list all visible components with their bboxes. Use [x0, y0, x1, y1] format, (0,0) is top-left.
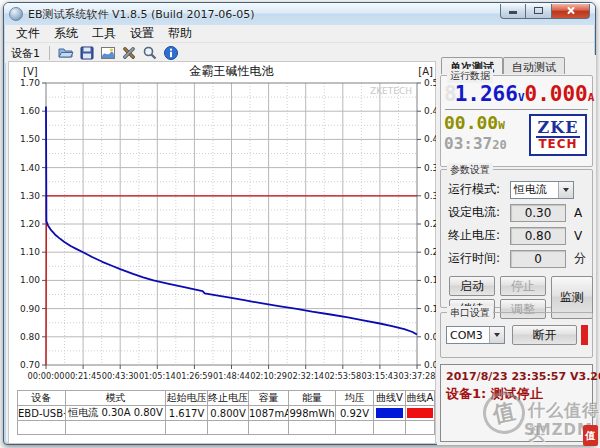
svg-text:00:00:00: 00:00:00 [28, 371, 65, 381]
chevron-down-icon[interactable] [558, 182, 573, 198]
app-window: EB测试系统软件 V1.8.5 (Build 2017-06-05) 文件系统工… [3, 2, 596, 445]
svg-text:02:10:29: 02:10:29 [250, 371, 287, 381]
table-cell [166, 421, 208, 435]
start-button[interactable]: 启动 [449, 276, 495, 296]
table-cell: EBD-USB+ [18, 406, 66, 421]
svg-text:0.90: 0.90 [20, 304, 40, 314]
set-current-unit: A [574, 206, 582, 220]
menu-item-help[interactable]: 帮助 [161, 24, 199, 43]
svg-text:1.10: 1.10 [20, 247, 40, 257]
status-box: 2017/8/23 23:35:57 V3.20 设备1: 测试停止 [440, 364, 593, 442]
info-icon[interactable] [162, 45, 179, 62]
svg-text:0.00: 0.00 [424, 360, 436, 370]
com-port-select[interactable]: COM3 [446, 326, 505, 344]
svg-text:0.20: 0.20 [424, 247, 436, 257]
svg-text:0.35: 0.35 [424, 163, 436, 173]
current-display: 0.000A [525, 82, 595, 106]
svg-text:0.40: 0.40 [424, 134, 436, 144]
run-time-input[interactable]: 0 [510, 250, 566, 268]
svg-text:03:15:43: 03:15:43 [362, 371, 399, 381]
open-icon[interactable] [57, 45, 74, 62]
svg-text:1.30: 1.30 [20, 191, 40, 201]
chevron-down-icon[interactable] [489, 327, 504, 343]
elapsed-time-display: 03:3720 [444, 134, 529, 153]
table-row[interactable] [18, 421, 435, 435]
set-current-input[interactable]: 0.30 [510, 204, 566, 222]
table-header: 起始电压 [166, 391, 208, 406]
svg-text:0.10: 0.10 [424, 304, 436, 314]
device-selector[interactable]: 设备1 [11, 46, 40, 61]
run-data-divider [445, 109, 588, 110]
minimize-icon [509, 11, 517, 14]
svg-text:03:37:28: 03:37:28 [399, 371, 436, 381]
svg-text:01:05:14: 01:05:14 [139, 371, 176, 381]
svg-text:[A]: [A] [418, 66, 433, 77]
minimize-button[interactable] [500, 4, 526, 19]
app-icon [9, 7, 23, 21]
menu-item-system[interactable]: 系统 [47, 24, 85, 43]
params-group: 参数设置 运行模式: 恒电流 设定电流: 0.30 A 终止电压: 0.80 [440, 169, 593, 308]
menu-item-tools[interactable]: 工具 [85, 24, 123, 43]
table-header: 模式 [66, 391, 166, 406]
zoom-icon[interactable] [141, 45, 158, 62]
svg-text:01:26:59: 01:26:59 [176, 371, 213, 381]
tools-icon[interactable] [120, 45, 137, 62]
serial-group: 串口设置 COM3 断开 [440, 312, 593, 358]
table-cell [336, 421, 374, 435]
save-icon[interactable] [78, 45, 95, 62]
power-display: 00.00W [444, 112, 529, 133]
close-button[interactable] [552, 4, 590, 19]
svg-text:02:32:14: 02:32:14 [287, 371, 324, 381]
table-header: 终止电压 [208, 391, 249, 406]
svg-text:1.00: 1.00 [20, 275, 40, 285]
table-header: 均压 [336, 391, 374, 406]
svg-text:0.50: 0.50 [424, 78, 436, 88]
table-row[interactable]: EBD-USB+恒电流 0.30A 0.80V1.617V0.800V1087m… [18, 406, 435, 421]
table-cell [289, 421, 336, 435]
cutoff-voltage-unit: V [574, 229, 582, 243]
table-cell [66, 421, 166, 435]
svg-text:0.70: 0.70 [20, 360, 40, 370]
table-header: 设备 [18, 391, 66, 406]
run-mode-select[interactable]: 恒电流 [510, 181, 574, 199]
maximize-button[interactable] [526, 4, 552, 19]
control-panel: 单次测试 自动测试 运行数据 1.266V 0.000A 00.00W 03:3… [437, 55, 596, 445]
voltage-display: 1.266V [444, 82, 525, 106]
curve-a-swatch [406, 406, 435, 421]
discharge-chart: 1.700.501.600.451.500.401.400.351.300.30… [9, 62, 436, 388]
toolbar-separator [49, 46, 50, 60]
table-cell [208, 421, 249, 435]
cutoff-voltage-label: 终止电压: [448, 227, 510, 244]
curve-v-swatch [374, 421, 406, 435]
tab-auto-test[interactable]: 自动测试 [503, 57, 565, 74]
svg-text:0.05: 0.05 [424, 332, 436, 342]
curve-a-swatch [406, 421, 435, 435]
svg-text:0.30: 0.30 [424, 191, 436, 201]
menu-item-file[interactable]: 文件 [9, 24, 47, 43]
title-bar: EB测试系统软件 V1.8.5 (Build 2017-06-05) [4, 3, 595, 25]
curve-v-swatch [374, 406, 406, 421]
table-cell: 1.617V [166, 406, 208, 421]
disconnect-button[interactable]: 断开 [512, 325, 577, 345]
close-icon [566, 6, 575, 15]
svg-text:[V]: [V] [23, 66, 38, 77]
svg-text:1.60: 1.60 [20, 106, 40, 116]
set-current-label: 设定电流: [448, 204, 510, 221]
table-cell: 1087mAh [249, 406, 289, 421]
table-header: 能量 [289, 391, 336, 406]
params-group-label: 参数设置 [447, 163, 493, 177]
run-data-group-label: 运行数据 [447, 69, 493, 83]
svg-text:1.50: 1.50 [20, 134, 40, 144]
svg-text:00:43:30: 00:43:30 [102, 371, 139, 381]
menu-bar: 文件系统工具设置帮助 [5, 25, 594, 43]
table-cell: 998mWh [289, 406, 336, 421]
svg-text:00:21:45: 00:21:45 [65, 371, 102, 381]
cutoff-voltage-input[interactable]: 0.80 [510, 227, 566, 245]
connection-indicator [581, 325, 588, 345]
menu-item-settings[interactable]: 设置 [123, 24, 161, 43]
svg-text:01:48:44: 01:48:44 [213, 371, 250, 381]
svg-text:1.70: 1.70 [20, 78, 40, 88]
svg-text:0.80: 0.80 [20, 332, 40, 342]
table-header: 容量 [249, 391, 289, 406]
chart-icon[interactable] [99, 45, 116, 62]
